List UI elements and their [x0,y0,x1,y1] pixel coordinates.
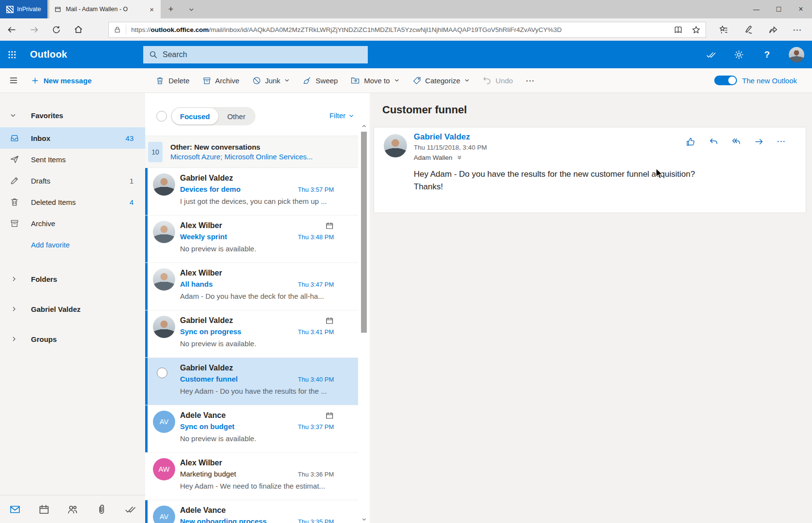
list-item[interactable]: AVAdele VanceSync on budgetThu 3:37 PMNo… [145,405,358,453]
share-icon[interactable] [768,25,778,35]
message-more-icon[interactable]: ⋯ [777,136,786,147]
forward-icon[interactable] [754,137,764,147]
forward-icon[interactable] [28,24,40,35]
tab-other[interactable]: Other [218,112,255,121]
undo-icon [482,76,492,85]
people-module-icon[interactable] [66,503,79,516]
filter-button[interactable]: Filter [330,111,354,120]
settings-gear-icon[interactable] [725,41,753,68]
recipient-row[interactable]: Adam Wallen [414,154,463,161]
tab-list-chevron-icon[interactable] [181,0,201,18]
undo-button[interactable]: Undo [482,76,513,85]
new-tab-button[interactable]: + [161,0,181,18]
list-item[interactable]: AWAlex WilberMarketing budgetThu 3:36 PM… [145,453,358,500]
delete-button[interactable]: Delete [155,76,189,85]
sidebar-item-label: Sent Items [31,155,66,164]
scroll-up-icon[interactable] [360,122,368,130]
categorize-button[interactable]: Categorize [412,76,470,85]
my-day-doublecheck-icon[interactable] [697,41,725,68]
reading-view-icon[interactable] [674,25,683,34]
other-conversations-group-row[interactable]: 10 Other: New conversations Microsoft Az… [145,136,358,168]
back-icon[interactable] [6,24,17,35]
list-item[interactable]: AVAdele VanceNew onboarding processThu 3… [145,500,358,523]
chevron-down-icon [348,113,354,119]
selection-radio[interactable] [157,368,167,378]
like-thumbs-up-icon[interactable] [686,137,696,147]
sidebar-section-gabriel-valdez[interactable]: Gabriel Valdez [0,294,145,324]
sidebar-section-groups[interactable]: Groups [0,324,145,354]
message-sender: Alex Wilber [180,459,222,467]
list-item[interactable]: Gabriel ValdezDevices for demoThu 3:57 P… [145,168,358,215]
message-list-panel: Focused Other Filter 10 Other: New conve… [145,93,370,523]
tab-close-icon[interactable]: × [148,5,156,14]
reply-icon[interactable] [708,137,719,147]
list-item[interactable]: Alex WilberWeekly sprintThu 3:48 PMNo pr… [145,215,358,263]
search-input[interactable] [163,50,362,59]
help-icon[interactable]: ? [753,41,781,68]
unseen-count-badge: 10 [148,142,163,162]
list-item[interactable]: Gabriel ValdezCustomer funnelThu 3:40 PM… [145,358,358,405]
sidebar-item-drafts[interactable]: Drafts1 [0,170,145,191]
attachments-module-icon[interactable] [95,503,108,516]
calendar-module-icon[interactable] [38,503,50,516]
group-row-senders: Microsoft Azure; Microsoft Online Servic… [170,153,313,161]
add-favorite-link[interactable]: Add favorite [0,234,145,255]
new-message-button[interactable]: New message [31,77,91,85]
maximize-button[interactable]: ☐ [767,0,790,18]
address-bar[interactable]: https://outlook.office.com/mail/inbox/id… [108,22,706,38]
message-subject: Sync on budget [180,422,235,431]
sweep-button[interactable]: Sweep [302,76,338,85]
calendar-icon [325,221,334,230]
search-box[interactable] [143,46,368,63]
browser-settings-more-icon[interactable]: ⋯ [793,24,802,35]
mail-module-icon[interactable] [9,503,21,516]
message-preview: Hey Adam - We need to finalize the estim… [180,482,334,490]
sidebar-item-inbox[interactable]: Inbox43 [0,127,145,149]
refresh-icon[interactable] [50,24,62,35]
sweep-broom-icon [302,76,312,85]
tasks-module-icon[interactable] [124,503,136,516]
chevron-right-icon [11,276,17,282]
hub-icon[interactable] [719,25,729,35]
avatar-initials: AV [153,506,175,523]
more-commands-icon[interactable]: ⋯ [526,75,535,86]
page-icon [54,6,61,13]
favorite-star-icon[interactable] [692,25,701,34]
web-notes-pen-icon[interactable] [743,25,753,35]
move-to-button[interactable]: Move to [350,76,399,85]
browser-tab[interactable]: Mail - Adam Wallen - O × [49,0,161,18]
sidebar-item-deleted-items[interactable]: Deleted Items4 [0,191,145,213]
scroll-down-icon[interactable] [360,515,368,523]
sidebar-item-label: Deleted Items [31,198,76,206]
junk-button[interactable]: Junk [252,76,290,85]
scrollbar-thumb[interactable] [361,132,367,333]
lock-icon [114,26,121,33]
hamburger-menu-icon[interactable] [0,68,27,93]
home-icon[interactable] [73,24,84,35]
double-chevron-down-icon[interactable] [456,154,463,161]
favorites-header[interactable]: Favorites [0,108,145,123]
minimize-button[interactable]: — [745,0,767,18]
message-sender: Alex Wilber [180,221,222,230]
message-subject: Sync on progress [180,327,241,336]
sender-avatar[interactable] [384,134,407,157]
select-all-circle[interactable] [156,111,167,122]
account-avatar[interactable] [789,47,804,62]
new-outlook-toggle[interactable] [714,76,737,85]
sidebar-item-sent-items[interactable]: Sent Items [0,149,145,170]
app-launcher-waffle-icon[interactable] [0,41,24,68]
sender-name[interactable]: Gabriel Valdez [414,132,470,142]
tab-focused[interactable]: Focused [172,108,218,124]
sidebar-item-label: Inbox [31,134,50,142]
avatar-initials: AV [153,411,175,433]
close-button[interactable]: × [790,0,812,18]
archive-button[interactable]: Archive [202,76,240,85]
reply-all-icon[interactable] [731,137,741,147]
list-item[interactable]: Alex WilberAll handsThu 3:47 PMAdam - Do… [145,263,358,310]
message-sender: Gabriel Valdez [180,174,233,183]
sidebar-section-folders[interactable]: Folders [0,264,145,294]
sidebar-item-archive[interactable]: Archive [0,213,145,234]
avatar-initials: AW [153,458,175,480]
list-item[interactable]: Gabriel ValdezSync on progressThu 3:41 P… [145,310,358,358]
list-scrollbar[interactable] [360,122,368,523]
